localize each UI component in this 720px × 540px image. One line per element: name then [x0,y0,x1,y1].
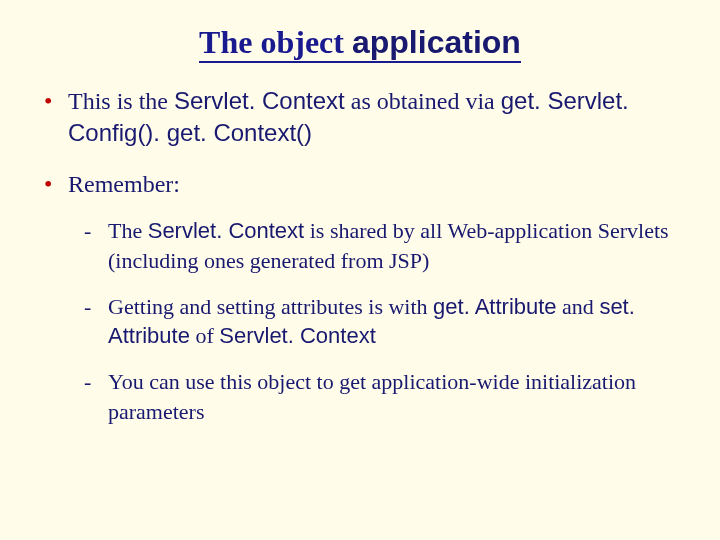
bullet-item-2: Remember: The Servlet. Context is shared… [40,168,680,427]
sub-list: The Servlet. Context is shared by all We… [68,216,680,426]
text: You can use this object to get applicati… [108,369,636,424]
title-text-1: The object [199,24,352,63]
text: This is the [68,88,174,114]
api-text: Servlet. Context [219,323,376,348]
text: as obtained via [345,88,501,114]
text: of [190,323,219,348]
title-text-2: application [352,24,521,63]
slide-title: The object application [40,24,680,61]
text: The [108,218,148,243]
sub-item-1: The Servlet. Context is shared by all We… [68,216,680,275]
text: Getting and setting attributes is with [108,294,433,319]
api-text: Servlet. Context [174,87,345,114]
api-text: get. Attribute [433,294,557,319]
text: and [557,294,600,319]
api-text: Servlet. Context [148,218,305,243]
text: Remember: [68,171,180,197]
sub-item-2: Getting and setting attributes is with g… [68,292,680,351]
bullet-list: This is the Servlet. Context as obtained… [40,85,680,426]
bullet-item-1: This is the Servlet. Context as obtained… [40,85,680,150]
sub-item-3: You can use this object to get applicati… [68,367,680,426]
